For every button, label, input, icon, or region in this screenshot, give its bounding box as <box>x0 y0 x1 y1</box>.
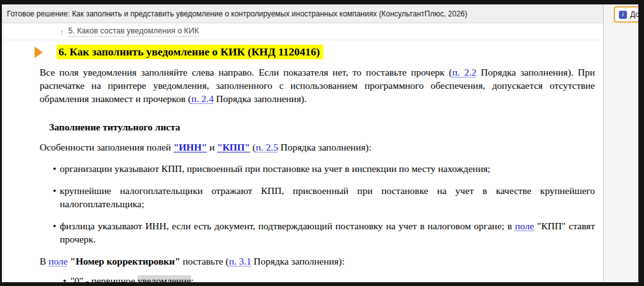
text-segment: ; <box>191 275 194 282</box>
text-segment: крупнейшие налогоплательщики отражают КП… <box>60 185 595 209</box>
text-segment: В <box>40 256 48 266</box>
text-segment: Порядка заполнения): <box>251 256 344 266</box>
paragraph-inn-kpp: Особенности заполнения полей "ИНН" и "КП… <box>40 140 595 154</box>
current-position-marker-icon[interactable] <box>35 47 43 58</box>
paragraph-correction-number: В поле "Номер корректировки" поставьте (… <box>40 255 595 268</box>
document-pane: Готовое решение: Как заполнить и предста… <box>2 4 603 282</box>
bullet-item: •физлица указывают ИНН, если есть докуме… <box>40 219 595 246</box>
dop-button-label: Доп. <box>630 10 644 19</box>
inline-link[interactable]: п. 2.2 <box>452 67 477 77</box>
text-segment: поставьте ( <box>180 256 230 266</box>
section-heading: 6. Как заполнить уведомление о КИК (КНД … <box>57 45 323 59</box>
subsection-heading-title-page: Заполнение титульного листа <box>49 120 595 134</box>
app-window: Готовое решение: Как заполнить и предста… <box>0 0 644 286</box>
bullet-item: •организации указывают КПП, присвоенный … <box>40 162 595 175</box>
info-icon: i <box>619 11 627 19</box>
inline-link[interactable]: п. 2.4 <box>191 93 213 104</box>
bullet-item: •"0" - первичное уведомление; <box>40 274 595 282</box>
document-title-bar: Готовое решение: Как заполнить и предста… <box>2 4 603 23</box>
paragraph-filling-rules: Все поля уведомления заполняйте слева на… <box>40 66 595 105</box>
bullet-icon: • <box>53 219 56 232</box>
text-segment: уведомление <box>138 275 191 282</box>
breadcrumb: ↑ 5. Каков состав уведомления о КИК <box>2 23 603 40</box>
up-arrow-icon[interactable]: ↑ <box>60 28 64 36</box>
text-segment: Порядка заполнения). <box>214 93 307 104</box>
section-heading-row: 6. Как заполнить уведомление о КИК (КНД … <box>40 45 595 59</box>
bullet-icon: • <box>53 162 56 175</box>
bullet-list-correction-number: •"0" - первичное уведомление;•начиная с … <box>40 274 595 282</box>
inline-link[interactable]: "ИНН" <box>174 142 207 152</box>
inline-link[interactable]: поле <box>48 256 67 266</box>
bullet-list-inn-kpp: •организации указывают КПП, присвоенный … <box>40 162 595 246</box>
inline-link[interactable]: "КПП" <box>217 142 250 152</box>
inline-link[interactable]: поле <box>515 220 534 231</box>
text-segment: физлица указывают ИНН, если есть докумен… <box>60 220 515 231</box>
bullet-icon: • <box>53 184 56 197</box>
text-segment: и <box>207 142 217 152</box>
bullet-icon: • <box>63 274 66 282</box>
inline-link[interactable]: п. 3.1 <box>229 256 251 266</box>
document-title: Готовое решение: Как заполнить и предста… <box>7 9 467 18</box>
inline-link[interactable]: п. 2.5 <box>256 142 278 152</box>
text-segment: ( <box>250 142 256 152</box>
right-panel: i Доп. <box>603 4 638 282</box>
document-content: 6. Как заполнить уведомление о КИК (КНД … <box>2 40 603 282</box>
dop-button[interactable]: i Доп. <box>614 6 644 23</box>
text-segment: "0" - первичное <box>70 275 138 282</box>
text-segment: Особенности заполнения полей <box>40 142 174 152</box>
bullet-item: •крупнейшие налогоплательщики отражают К… <box>40 184 595 210</box>
text-segment: "Номер корректировки" <box>70 256 180 266</box>
text-segment: Порядка заполнения): <box>278 142 371 152</box>
breadcrumb-link[interactable]: 5. Каков состав уведомления о КИК <box>69 26 199 37</box>
text-segment: организации указывают КПП, присвоенный п… <box>60 163 491 174</box>
text-segment: Все поля уведомления заполняйте слева на… <box>40 67 452 77</box>
